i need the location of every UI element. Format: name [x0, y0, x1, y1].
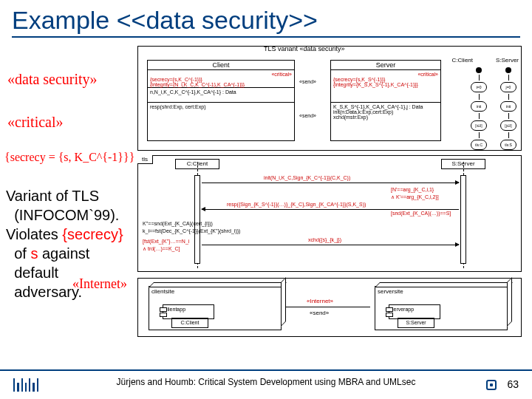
node-server: serversite serverapp S:Server	[375, 286, 508, 330]
msg-arrow-3	[202, 245, 459, 245]
msg-3b: [snd(Ext_{K_CA}(…))==S]	[391, 211, 451, 216]
page-number: 63	[507, 378, 519, 390]
server-title: Server	[331, 61, 440, 70]
msg-2b: ∧ K'==arg_{K_C,i,2}]	[391, 194, 439, 200]
note-3: [fst(Ext_{K''}…==N_i	[143, 239, 189, 244]
comp-client: clientapp	[163, 304, 214, 319]
msg-4: xchd({s}_{k_j})	[308, 237, 341, 242]
client-title: Client	[148, 61, 294, 70]
note-4: ∧ trd(…)==K_C]	[143, 246, 180, 252]
server-ops: K_S,K_S^{-1},K_CA,K_CA^{-1},j : Data ini…	[331, 103, 440, 125]
msg-2a: [N'==arg_{K_C,i,1}	[391, 187, 434, 192]
client-tags: «critical» {secrecy={s,K_C^{-1}}} {integ…	[148, 70, 294, 88]
ann-data-security: «data security»	[7, 71, 98, 88]
note-1: K''==snd(Ext_{K_CA}(cert_{i}))	[143, 221, 213, 226]
comp-server: serverapp	[389, 304, 440, 319]
marker-icon	[486, 380, 497, 390]
msg-1: init(N_i,K_C,Sign_{K_C^{-1}}(C,K_C))	[264, 175, 350, 180]
body-text: Variant of TLS (INFOCOM`99). Violates {s…	[6, 186, 139, 301]
sequence-diagram: tls C:Client S:Server init(N_i,K_C,Sign_…	[137, 155, 522, 272]
send-label-1: «send»	[299, 79, 316, 84]
msg-3: resp({Sign_{K_S^{-1}}(…)}_{K_C},Sign_{K_…	[227, 202, 366, 207]
ann-secrecy: {secrecy = {s, K_C^{-1}}}	[4, 151, 134, 164]
title-rule	[12, 36, 520, 38]
deployment-diagram: clientsite clientapp C:Client serversite…	[137, 278, 522, 337]
server-tags: «critical» {secrecy={s,K_S^{-1}}} {integ…	[331, 70, 440, 103]
note-2: k_i==fst(Dec_{K_C^{-1}}(Ext_{K''}(shrd_i…	[143, 228, 240, 233]
client-attrs: n,N_i,K_C,K_C^{-1},K_CA^{-1} : Data	[148, 88, 294, 103]
send-label-2: «send»	[299, 113, 316, 118]
slide-title: Example <<data security>>	[12, 6, 520, 35]
footer-text: Jürjens and Houmb: Critical System Devel…	[0, 375, 532, 387]
dep-internet-label: «Internet»	[307, 298, 333, 304]
msg-arrow-2	[202, 209, 459, 210]
footer: Jürjens and Houmb: Critical System Devel…	[0, 369, 532, 395]
dep-link	[286, 307, 370, 307]
class-diagram: TLS variant «data security» Client «crit…	[137, 46, 522, 151]
inner-server: S:Server	[398, 318, 434, 328]
statemachine-client: t=0 init [i∈I] tls:C	[469, 57, 488, 138]
inner-client: C:Client	[171, 318, 208, 328]
client-class: Client «critical» {secrecy={s,K_C^{-1}}}…	[147, 60, 295, 141]
statemachine-server: j=0 init [j∈I] tls:S	[499, 57, 518, 138]
msg-arrow-1	[202, 183, 459, 183]
ann-critical: «critical»	[7, 114, 64, 131]
seq-tab: tls	[137, 155, 153, 164]
server-class: Server «critical» {secrecy={s,K_S^{-1}}}…	[330, 60, 441, 141]
top-label: TLS variant «data security»	[264, 45, 345, 52]
dep-send-label: «send»	[310, 310, 329, 316]
client-ops: resp(shrd:Exp, cert:Exp)	[148, 103, 294, 116]
tum-logo-icon	[13, 378, 38, 392]
node-client: clientsite clientapp C:Client	[149, 286, 282, 330]
